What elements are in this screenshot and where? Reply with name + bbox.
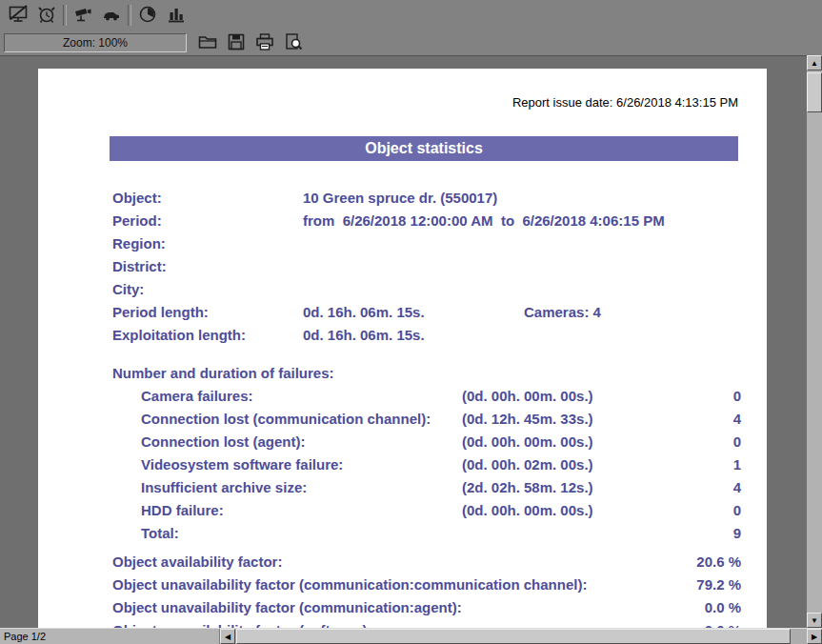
vehicle-report-button[interactable] — [99, 3, 124, 28]
report-page: Report issue date: 6/26/2018 4:13:15 PM … — [38, 69, 767, 629]
field-value: 10 Green spruce dr. (550017) — [303, 190, 497, 206]
failures-total-row: Total: 9 — [38, 525, 767, 548]
report-preview-area: Report issue date: 6/26/2018 4:13:15 PM … — [0, 55, 807, 629]
failure-row: Videosystem software failure: (0d. 00h. … — [38, 456, 767, 479]
toolbar: Zoom: 100% — [0, 0, 822, 55]
failure-row: HDD failure: (0d. 00h. 00m. 00s.) 0 — [38, 502, 767, 525]
field-label: District: — [112, 258, 167, 274]
failure-duration: (0d. 00h. 02m. 00s.) — [462, 456, 593, 473]
field-label: Period: — [112, 212, 162, 229]
factor-value: 0.0 % — [705, 599, 741, 615]
failure-count: 0 — [733, 388, 741, 404]
field-row-district: District: — [38, 258, 767, 281]
failure-label: HDD failure: — [141, 502, 224, 518]
arrow-down-icon: ▼ — [811, 616, 818, 625]
field-row-city: City: — [38, 281, 767, 304]
page-indicator: Page 1/2 — [0, 629, 220, 644]
print-report-button[interactable] — [252, 30, 277, 55]
time-statistics-button[interactable] — [135, 3, 160, 28]
failure-label: Connection lost (communication channel): — [141, 411, 431, 427]
failure-duration: (0d. 00h. 00m. 00s.) — [462, 502, 593, 518]
scroll-right-button[interactable]: ▶ — [807, 629, 822, 644]
field-label: Exploitation length: — [112, 327, 246, 343]
factor-row: Object unavailability factor (communicat… — [38, 576, 767, 599]
failure-row: Connection lost (agent): (0d. 00h. 00m. … — [38, 433, 767, 456]
factor-label: Object unavailability factor (communicat… — [112, 576, 587, 593]
report-viewer-window: Zoom: 100% — [0, 0, 822, 644]
factor-row: Object unavailability factor (communicat… — [38, 599, 767, 622]
folder-icon — [197, 31, 218, 55]
horizontal-scrollbar[interactable]: ◀ ▶ — [220, 629, 822, 644]
failure-duration: (0d. 00h. 00m. 00s.) — [462, 433, 593, 450]
failure-count: 0 — [733, 502, 741, 518]
toolbar-separator — [128, 5, 131, 26]
printer-icon — [254, 31, 275, 55]
field-label: Region: — [112, 235, 166, 252]
failure-row: Insufficient archive size: (2d. 02h. 58m… — [38, 479, 767, 502]
factor-value: 79.2 % — [696, 576, 741, 593]
field-label: Period length: — [112, 304, 209, 320]
arrow-up-icon: ▲ — [811, 59, 818, 68]
open-report-button[interactable] — [195, 30, 220, 55]
preview-button[interactable] — [281, 30, 306, 55]
failure-count: 0 — [733, 433, 741, 450]
arrow-right-icon: ▶ — [812, 633, 817, 641]
zoom-level-field[interactable]: Zoom: 100% — [4, 33, 187, 52]
camera-report-button[interactable] — [70, 3, 95, 28]
factor-label: Object unavailability factor (communicat… — [112, 599, 462, 615]
cameras-count: Cameras: 4 — [524, 304, 601, 320]
field-label: Object: — [112, 190, 162, 206]
field-label: City: — [112, 281, 144, 297]
field-value: from 6/26/2018 12:00:00 AM to 6/26/2018 … — [303, 212, 665, 229]
report-issue-date: Report issue date: 6/26/2018 4:13:15 PM — [512, 95, 738, 110]
field-row-region: Region: — [38, 235, 767, 258]
monitor-off-button[interactable] — [6, 3, 30, 28]
failure-count: 1 — [733, 456, 741, 473]
save-report-button[interactable] — [224, 30, 249, 55]
field-value: 0d. 16h. 06m. 15s. — [303, 327, 425, 343]
failure-count: 4 — [733, 479, 741, 495]
field-row-period-length: Period length: 0d. 16h. 06m. 15s. Camera… — [38, 304, 767, 327]
scroll-down-button[interactable]: ▼ — [807, 613, 822, 628]
failure-count: 4 — [733, 411, 741, 427]
horizontal-scroll-thumb[interactable] — [236, 629, 791, 644]
vertical-scroll-thumb[interactable] — [807, 72, 822, 112]
object-statistics-button[interactable] — [164, 3, 189, 28]
failures-heading-row: Number and duration of failures: — [38, 365, 767, 388]
failure-label: Connection lost (agent): — [141, 433, 306, 450]
monitor-slash-icon — [8, 4, 29, 28]
alarm-clock-icon — [36, 4, 57, 28]
scroll-up-button[interactable]: ▲ — [807, 55, 822, 70]
failure-row: Connection lost (communication channel):… — [38, 411, 767, 433]
field-row-object: Object: 10 Green spruce dr. (550017) — [38, 190, 767, 212]
preview-magnifier-icon — [283, 31, 304, 55]
failures-heading: Number and duration of failures: — [112, 365, 334, 381]
status-bar: Page 1/2 ◀ ▶ — [0, 628, 822, 644]
failure-duration: (0d. 00h. 00m. 00s.) — [462, 388, 593, 404]
failure-label: Insufficient archive size: — [141, 479, 307, 495]
bar-chart-icon — [166, 4, 187, 28]
failure-label: Videosystem software failure: — [141, 456, 343, 473]
total-value: 9 — [733, 525, 741, 541]
field-row-exploitation-length: Exploitation length: 0d. 16h. 06m. 15s. — [38, 327, 767, 350]
vertical-scrollbar[interactable]: ▲ ▼ — [807, 55, 822, 628]
total-label: Total: — [141, 525, 179, 541]
field-value: 0d. 16h. 06m. 15s. — [303, 304, 425, 320]
camera-icon — [72, 4, 93, 28]
alarm-timer-button[interactable] — [34, 3, 59, 28]
failure-row: Camera failures: (0d. 00h. 00m. 00s.) 0 — [38, 388, 767, 411]
failure-duration: (0d. 12h. 45m. 33s.) — [462, 411, 593, 427]
report-title-banner: Object statistics — [110, 136, 738, 161]
factor-label: Object availability factor: — [112, 553, 282, 570]
toolbar-separator — [63, 5, 67, 26]
clock-pie-icon — [137, 4, 158, 28]
vehicle-icon — [101, 4, 122, 28]
failure-label: Camera failures: — [141, 388, 253, 404]
save-icon — [226, 31, 247, 55]
arrow-left-icon: ◀ — [225, 633, 231, 641]
factor-row: Object availability factor: 20.6 % — [38, 553, 767, 576]
failure-duration: (2d. 02h. 58m. 12s.) — [462, 479, 593, 495]
field-row-period: Period: from 6/26/2018 12:00:00 AM to 6/… — [38, 212, 767, 235]
scroll-left-button[interactable]: ◀ — [220, 629, 235, 644]
factor-value: 20.6 % — [696, 553, 741, 570]
